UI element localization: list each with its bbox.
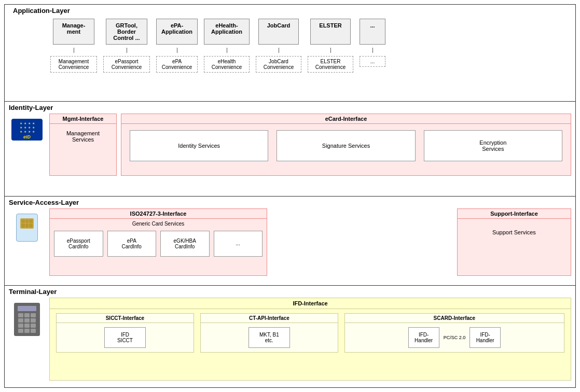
encryption-services-box: EncryptionServices [424,130,562,161]
star-icon: ★ [19,130,23,133]
pcsc-label: PC/SC 2.0 [444,335,466,340]
eid-label: eID [23,134,31,139]
terminal-icon [14,303,40,336]
identity-layer: Identity-Layer ★ ★ ★ ★ ★ ★ ★ ★ [4,101,576,196]
star-icon: ★ [27,130,31,133]
conv-dots: ... [360,56,385,67]
star-icon: ★ [19,125,23,129]
scard-interface-header: SCARD-Interface [345,314,564,323]
epa-cardinfo-box: ePACardInfo [107,231,157,257]
terminal-keys [18,313,36,333]
identity-services-box: Identity Services [130,130,268,161]
star-icon: ★ [23,121,27,125]
support-interface-header: Support-Interface [458,209,571,219]
star-icon: ★ [19,121,23,125]
star-icon: ★ [23,125,27,129]
ecard-interface-header: eCard-Interface [121,114,571,124]
app-box-epa: ePA-Application [156,19,198,45]
terminal-layer: Terminal-Layer IFD-Interface [4,285,576,388]
egk-cardinfo-box: eGK/HBACardInfo [160,231,210,257]
sicct-interface-header: SICCT-Interface [57,314,194,323]
mgmt-interface-header: Mgmt-Interface [50,114,116,124]
identity-layer-label: Identity-Layer [5,102,575,114]
eid-card-icon: ★ ★ ★ ★ ★ ★ ★ ★ ★ ★ ★ ★ [11,119,43,141]
iso-interface-box: ISO24727-3-Interface Generic Card Servic… [49,208,267,276]
star-icon: ★ [23,130,27,133]
conv-grtool: ePassportConvenience [103,56,150,73]
app-box-management: Manage-ment [53,19,94,45]
dots-cardinfo-box: ... [214,231,263,257]
service-access-layer: Service-Access-Layer ISO24727-3-Interfac… [4,196,576,286]
sicct-ifd-box: IFDSICCT [104,327,146,348]
application-layer: Application-Layer Manage-ment Management… [4,4,576,102]
terminal-display [18,306,36,311]
star-icon: ★ [32,125,35,129]
star-icon: ★ [27,121,31,125]
mgmt-services-label: ManagementServices [50,124,116,149]
conv-management: ManagementConvenience [50,56,97,73]
ctapi-content-box: MKT, B1etc. [248,327,290,348]
conv-jobcard: JobCardConvenience [256,56,301,73]
support-interface-box: Support-Interface Support Services [457,208,571,276]
ctapi-interface-header: CT-API-Interface [201,314,338,323]
conv-elster: ELSTERConvenience [308,56,353,73]
star-icon: ★ [27,125,31,129]
app-box-grtool: GRTool,BorderControl ... [106,19,147,45]
app-box-elster: ELSTER [310,19,351,45]
app-box-ehealth: eHealth-Application [204,19,250,45]
ifd-interface-header: IFD-Interface [50,298,571,309]
sim-chip [20,218,34,229]
sim-card-icon [16,214,38,242]
generic-card-services-label: Generic Card Services [50,219,267,229]
conv-ehealth: eHealthConvenience [204,56,250,73]
support-services-label: Support Services [458,219,571,246]
app-box-jobcard: JobCard [258,19,299,45]
ifd-handler2-box: IFD-Handler [469,327,501,348]
ecard-interface-box: eCard-Interface Identity Services Signat… [121,114,571,176]
mgmt-interface-box: Mgmt-Interface ManagementServices [49,114,117,176]
terminal-layer-label: Terminal-Layer [5,286,575,298]
architecture-diagram: Application-Layer Manage-ment Management… [0,0,580,392]
iso-interface-header: ISO24727-3-Interface [50,209,267,219]
ifd-handler1-box: IFD-Handler [408,327,439,348]
star-icon: ★ [32,121,35,125]
conv-epa: ePAConvenience [156,56,198,73]
epassport-cardinfo-box: ePassportCardInfo [54,231,103,257]
ifd-interface-box: IFD-Interface SICCT-Interface IFDSICCT C… [49,298,571,381]
service-access-layer-label: Service-Access-Layer [5,197,575,208]
application-layer-label: Application-Layer [9,5,571,17]
app-box-dots: ... [360,19,385,45]
star-icon: ★ [32,130,35,133]
signature-services-box: Signature Services [277,130,415,161]
